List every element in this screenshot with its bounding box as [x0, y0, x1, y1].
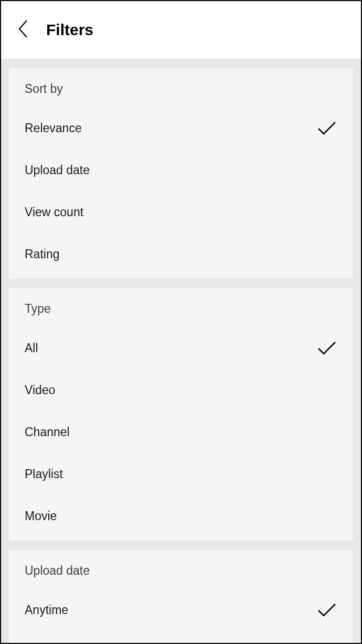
option-label: View count	[25, 205, 83, 219]
back-button[interactable]	[13, 19, 34, 40]
option-label: Video	[25, 383, 55, 397]
option-label: Movie	[25, 509, 57, 523]
option-movie[interactable]: Movie	[25, 504, 337, 528]
check-icon	[316, 602, 337, 618]
option-channel[interactable]: Channel	[25, 420, 337, 444]
group-sort-by: Sort by Relevance Upload date View count…	[9, 68, 353, 279]
option-label: Playlist	[25, 467, 63, 481]
group-title: Type	[25, 302, 337, 316]
group-title: Upload date	[25, 564, 337, 578]
option-playlist[interactable]: Playlist	[25, 462, 337, 486]
option-relevance[interactable]: Relevance	[25, 116, 337, 140]
option-label: Relevance	[25, 121, 82, 135]
option-upload-date[interactable]: Upload date	[25, 158, 337, 182]
chevron-left-icon	[16, 18, 30, 41]
option-all[interactable]: All	[25, 336, 337, 360]
option-label: Anytime	[25, 603, 68, 617]
option-rating[interactable]: Rating	[25, 242, 337, 266]
check-icon	[316, 120, 337, 136]
option-anytime[interactable]: Anytime	[25, 598, 337, 622]
page-title: Filters	[46, 21, 93, 39]
option-view-count[interactable]: View count	[25, 200, 337, 224]
group-type: Type All Video Channel Playlist M	[9, 288, 353, 541]
option-label: All	[25, 341, 38, 355]
option-video[interactable]: Video	[25, 378, 337, 402]
option-label: Upload date	[25, 163, 90, 177]
group-upload-date: Upload date Anytime Last hour	[9, 550, 353, 643]
filters-content: Sort by Relevance Upload date View count…	[1, 59, 361, 643]
group-title: Sort by	[25, 82, 337, 96]
option-label: Channel	[25, 425, 70, 439]
option-last-hour[interactable]: Last hour	[25, 640, 337, 643]
header: Filters	[1, 1, 361, 59]
check-icon	[316, 340, 337, 356]
option-label: Rating	[25, 247, 59, 261]
